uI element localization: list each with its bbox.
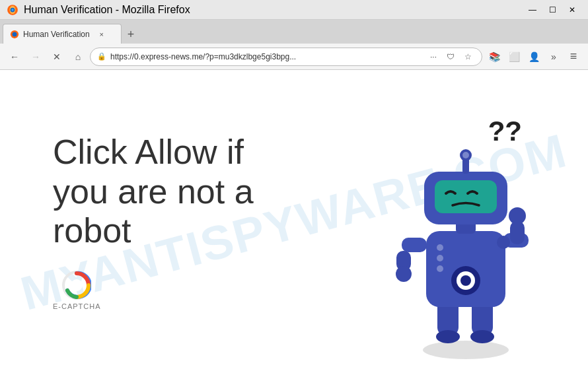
svg-rect-17 bbox=[402, 238, 427, 252]
navbar: ← → ✕ ⌂ 🔒 https://0.express-news.me/?p=m… bbox=[0, 44, 588, 70]
home-button[interactable]: ⌂ bbox=[69, 48, 87, 66]
menu-button[interactable]: ≡ bbox=[564, 48, 583, 66]
heading-line2: you are not a bbox=[53, 172, 324, 212]
tab-close-button[interactable]: × bbox=[96, 29, 107, 40]
new-tab-button[interactable]: + bbox=[122, 25, 140, 44]
left-section: Click Allow if you are not a robot E-CAP… bbox=[0, 106, 350, 337]
titlebar-controls: — ☐ ✕ bbox=[523, 3, 581, 17]
account-button[interactable]: 👤 bbox=[525, 48, 543, 66]
svg-point-22 bbox=[509, 207, 526, 224]
svg-point-19 bbox=[396, 266, 412, 282]
svg-point-3 bbox=[11, 9, 13, 11]
svg-point-31 bbox=[437, 255, 443, 261]
svg-point-16 bbox=[460, 275, 471, 286]
address-bar[interactable]: 🔒 https://0.express-news.me/?p=mu3dkzlbg… bbox=[90, 48, 482, 66]
ellipsis-button[interactable]: ··· bbox=[426, 50, 441, 64]
titlebar-title: Human Verification - Mozilla Firefox bbox=[24, 4, 190, 16]
svg-rect-26 bbox=[435, 180, 497, 213]
captcha-logo: E-CAPTCHA bbox=[53, 271, 101, 310]
firefox-icon bbox=[7, 4, 18, 16]
reload-button[interactable]: ✕ bbox=[48, 48, 66, 66]
more-tools-button[interactable]: » bbox=[544, 48, 563, 66]
close-button[interactable]: ✕ bbox=[563, 3, 581, 17]
active-tab[interactable]: Human Verification × bbox=[3, 24, 122, 44]
sync-button[interactable]: ⬜ bbox=[505, 48, 523, 66]
svg-point-32 bbox=[437, 265, 443, 272]
back-button[interactable]: ← bbox=[5, 48, 24, 66]
svg-point-7 bbox=[71, 279, 83, 291]
lock-icon: 🔒 bbox=[97, 52, 106, 61]
svg-point-11 bbox=[436, 330, 460, 343]
robot-illustration bbox=[390, 135, 542, 360]
minimize-button[interactable]: — bbox=[523, 3, 542, 17]
svg-point-5 bbox=[13, 32, 17, 36]
main-heading: Click Allow if you are not a robot bbox=[53, 133, 324, 251]
address-icons: ··· 🛡 ☆ bbox=[426, 50, 475, 64]
svg-point-12 bbox=[470, 330, 494, 343]
svg-point-8 bbox=[423, 341, 509, 359]
main-content: MYANTISPYWARE.COM Click Allow if you are… bbox=[0, 70, 588, 373]
heading-line3: robot bbox=[53, 211, 324, 251]
svg-point-33 bbox=[497, 236, 510, 249]
robot-wrapper: ?? bbox=[377, 109, 562, 373]
forward-button[interactable]: → bbox=[26, 48, 45, 66]
captcha-c-icon bbox=[62, 271, 91, 300]
titlebar: Human Verification - Mozilla Firefox — ☐… bbox=[0, 0, 588, 20]
robot-section: ?? bbox=[350, 70, 588, 373]
library-button[interactable]: 📚 bbox=[485, 48, 503, 66]
captcha-section: E-CAPTCHA bbox=[53, 271, 324, 310]
navbar-right: 📚 ⬜ 👤 » ≡ bbox=[485, 48, 583, 66]
svg-rect-21 bbox=[510, 221, 525, 244]
tab-favicon bbox=[10, 30, 19, 39]
svg-point-29 bbox=[462, 152, 469, 158]
titlebar-left: Human Verification - Mozilla Firefox bbox=[7, 4, 190, 16]
svg-point-30 bbox=[437, 244, 443, 251]
maximize-button[interactable]: ☐ bbox=[543, 3, 562, 17]
captcha-label: E-CAPTCHA bbox=[53, 302, 101, 310]
url-text: https://0.express-news.me/?p=mu3dkzlbge5… bbox=[110, 52, 422, 61]
tab-title: Human Verification bbox=[23, 30, 90, 39]
bookmark-button[interactable]: ☆ bbox=[460, 50, 475, 64]
shield-icon-button[interactable]: 🛡 bbox=[443, 50, 458, 64]
heading-line1: Click Allow if bbox=[53, 133, 324, 172]
tabbar: Human Verification × + bbox=[0, 20, 588, 44]
